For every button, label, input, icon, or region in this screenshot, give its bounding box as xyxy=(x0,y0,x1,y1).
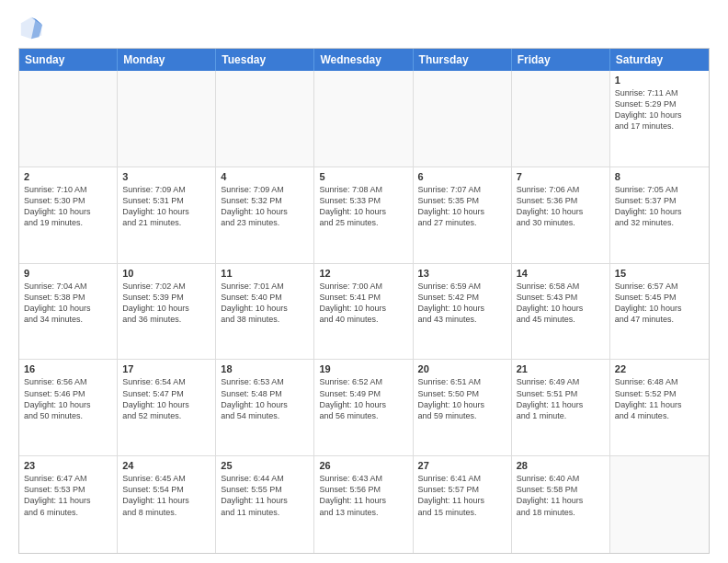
weekday-header: Friday xyxy=(512,49,610,71)
cell-daylight-info: Sunrise: 7:09 AMSunset: 5:32 PMDaylight:… xyxy=(221,184,309,229)
calendar-header: SundayMondayTuesdayWednesdayThursdayFrid… xyxy=(19,49,709,71)
calendar-cell: 15Sunrise: 6:57 AMSunset: 5:45 PMDayligh… xyxy=(610,264,709,360)
calendar-cell: 27Sunrise: 6:41 AMSunset: 5:57 PMDayligh… xyxy=(414,456,512,553)
cell-daylight-info: Sunrise: 6:43 AMSunset: 5:56 PMDaylight:… xyxy=(319,473,407,518)
calendar-cell xyxy=(512,71,610,167)
calendar-cell: 16Sunrise: 6:56 AMSunset: 5:46 PMDayligh… xyxy=(19,360,118,455)
cell-daylight-info: Sunrise: 6:54 AMSunset: 5:47 PMDaylight:… xyxy=(122,376,210,421)
day-number: 8 xyxy=(615,171,704,182)
weekday-header: Monday xyxy=(118,49,216,71)
weekday-header: Saturday xyxy=(610,49,709,71)
day-number: 6 xyxy=(418,171,506,182)
day-number: 12 xyxy=(319,268,407,279)
day-number: 22 xyxy=(615,363,704,374)
calendar-row: 9Sunrise: 7:04 AMSunset: 5:38 PMDaylight… xyxy=(19,264,709,361)
calendar-row: 16Sunrise: 6:56 AMSunset: 5:46 PMDayligh… xyxy=(19,360,709,456)
day-number: 20 xyxy=(418,363,506,374)
cell-daylight-info: Sunrise: 6:57 AMSunset: 5:45 PMDaylight:… xyxy=(615,281,704,326)
calendar-cell: 1Sunrise: 7:11 AMSunset: 5:29 PMDaylight… xyxy=(610,71,709,167)
calendar-cell xyxy=(118,71,216,167)
day-number: 18 xyxy=(221,363,309,374)
day-number: 11 xyxy=(221,268,309,279)
calendar-cell: 4Sunrise: 7:09 AMSunset: 5:32 PMDaylight… xyxy=(216,167,314,263)
day-number: 7 xyxy=(517,171,605,182)
calendar-cell xyxy=(610,456,709,553)
cell-daylight-info: Sunrise: 7:09 AMSunset: 5:31 PMDaylight:… xyxy=(122,184,210,229)
day-number: 28 xyxy=(517,460,605,471)
day-number: 15 xyxy=(615,268,704,279)
cell-daylight-info: Sunrise: 6:52 AMSunset: 5:49 PMDaylight:… xyxy=(319,376,407,421)
day-number: 10 xyxy=(122,268,210,279)
day-number: 5 xyxy=(319,171,407,182)
calendar-cell: 21Sunrise: 6:49 AMSunset: 5:51 PMDayligh… xyxy=(512,360,610,455)
calendar-cell: 8Sunrise: 7:05 AMSunset: 5:37 PMDaylight… xyxy=(610,167,709,263)
cell-daylight-info: Sunrise: 7:04 AMSunset: 5:38 PMDaylight:… xyxy=(24,281,112,326)
day-number: 2 xyxy=(24,171,112,182)
calendar-cell: 17Sunrise: 6:54 AMSunset: 5:47 PMDayligh… xyxy=(118,360,216,455)
cell-daylight-info: Sunrise: 6:44 AMSunset: 5:55 PMDaylight:… xyxy=(221,473,309,518)
calendar-cell: 5Sunrise: 7:08 AMSunset: 5:33 PMDaylight… xyxy=(314,167,413,263)
header xyxy=(18,15,710,40)
calendar-cell: 9Sunrise: 7:04 AMSunset: 5:38 PMDaylight… xyxy=(19,264,118,360)
calendar-cell xyxy=(216,71,314,167)
day-number: 23 xyxy=(24,460,112,471)
day-number: 24 xyxy=(122,460,210,471)
day-number: 14 xyxy=(517,268,605,279)
calendar-cell: 28Sunrise: 6:40 AMSunset: 5:58 PMDayligh… xyxy=(512,456,610,553)
calendar-cell: 26Sunrise: 6:43 AMSunset: 5:56 PMDayligh… xyxy=(314,456,413,553)
cell-daylight-info: Sunrise: 6:51 AMSunset: 5:50 PMDaylight:… xyxy=(418,376,506,421)
cell-daylight-info: Sunrise: 7:08 AMSunset: 5:33 PMDaylight:… xyxy=(319,184,407,229)
calendar-cell: 3Sunrise: 7:09 AMSunset: 5:31 PMDaylight… xyxy=(118,167,216,263)
cell-daylight-info: Sunrise: 6:58 AMSunset: 5:43 PMDaylight:… xyxy=(517,281,605,326)
day-number: 9 xyxy=(24,268,112,279)
calendar-cell: 20Sunrise: 6:51 AMSunset: 5:50 PMDayligh… xyxy=(414,360,512,455)
calendar-cell: 24Sunrise: 6:45 AMSunset: 5:54 PMDayligh… xyxy=(118,456,216,553)
calendar: SundayMondayTuesdayWednesdayThursdayFrid… xyxy=(18,48,710,554)
day-number: 21 xyxy=(517,363,605,374)
logo xyxy=(18,15,48,40)
weekday-header: Thursday xyxy=(414,49,512,71)
weekday-header: Tuesday xyxy=(216,49,314,71)
cell-daylight-info: Sunrise: 6:45 AMSunset: 5:54 PMDaylight:… xyxy=(122,473,210,518)
calendar-cell: 18Sunrise: 6:53 AMSunset: 5:48 PMDayligh… xyxy=(216,360,314,455)
cell-daylight-info: Sunrise: 7:07 AMSunset: 5:35 PMDaylight:… xyxy=(418,184,506,229)
day-number: 1 xyxy=(615,75,704,86)
calendar-body: 1Sunrise: 7:11 AMSunset: 5:29 PMDaylight… xyxy=(19,71,709,553)
cell-daylight-info: Sunrise: 7:02 AMSunset: 5:39 PMDaylight:… xyxy=(122,281,210,326)
calendar-cell: 14Sunrise: 6:58 AMSunset: 5:43 PMDayligh… xyxy=(512,264,610,360)
calendar-cell xyxy=(414,71,512,167)
calendar-cell xyxy=(314,71,413,167)
calendar-cell: 13Sunrise: 6:59 AMSunset: 5:42 PMDayligh… xyxy=(414,264,512,360)
cell-daylight-info: Sunrise: 6:59 AMSunset: 5:42 PMDaylight:… xyxy=(418,281,506,326)
cell-daylight-info: Sunrise: 7:05 AMSunset: 5:37 PMDaylight:… xyxy=(615,184,704,229)
calendar-cell: 6Sunrise: 7:07 AMSunset: 5:35 PMDaylight… xyxy=(414,167,512,263)
day-number: 25 xyxy=(221,460,309,471)
cell-daylight-info: Sunrise: 7:11 AMSunset: 5:29 PMDaylight:… xyxy=(615,87,704,132)
calendar-cell: 11Sunrise: 7:01 AMSunset: 5:40 PMDayligh… xyxy=(216,264,314,360)
day-number: 26 xyxy=(319,460,407,471)
logo-icon xyxy=(18,15,44,40)
calendar-cell: 19Sunrise: 6:52 AMSunset: 5:49 PMDayligh… xyxy=(314,360,413,455)
calendar-cell: 12Sunrise: 7:00 AMSunset: 5:41 PMDayligh… xyxy=(314,264,413,360)
cell-daylight-info: Sunrise: 7:06 AMSunset: 5:36 PMDaylight:… xyxy=(517,184,605,229)
calendar-cell: 10Sunrise: 7:02 AMSunset: 5:39 PMDayligh… xyxy=(118,264,216,360)
cell-daylight-info: Sunrise: 7:00 AMSunset: 5:41 PMDaylight:… xyxy=(319,281,407,326)
calendar-cell: 25Sunrise: 6:44 AMSunset: 5:55 PMDayligh… xyxy=(216,456,314,553)
calendar-cell xyxy=(19,71,118,167)
cell-daylight-info: Sunrise: 6:48 AMSunset: 5:52 PMDaylight:… xyxy=(615,376,704,421)
day-number: 17 xyxy=(122,363,210,374)
cell-daylight-info: Sunrise: 6:56 AMSunset: 5:46 PMDaylight:… xyxy=(24,376,112,421)
day-number: 27 xyxy=(418,460,506,471)
day-number: 13 xyxy=(418,268,506,279)
calendar-cell: 22Sunrise: 6:48 AMSunset: 5:52 PMDayligh… xyxy=(610,360,709,455)
calendar-cell: 2Sunrise: 7:10 AMSunset: 5:30 PMDaylight… xyxy=(19,167,118,263)
calendar-row: 23Sunrise: 6:47 AMSunset: 5:53 PMDayligh… xyxy=(19,456,709,553)
cell-daylight-info: Sunrise: 6:47 AMSunset: 5:53 PMDaylight:… xyxy=(24,473,112,518)
day-number: 16 xyxy=(24,363,112,374)
cell-daylight-info: Sunrise: 6:49 AMSunset: 5:51 PMDaylight:… xyxy=(517,376,605,421)
page: SundayMondayTuesdayWednesdayThursdayFrid… xyxy=(0,0,728,563)
calendar-cell: 7Sunrise: 7:06 AMSunset: 5:36 PMDaylight… xyxy=(512,167,610,263)
weekday-header: Sunday xyxy=(19,49,118,71)
day-number: 3 xyxy=(122,171,210,182)
calendar-cell: 23Sunrise: 6:47 AMSunset: 5:53 PMDayligh… xyxy=(19,456,118,553)
